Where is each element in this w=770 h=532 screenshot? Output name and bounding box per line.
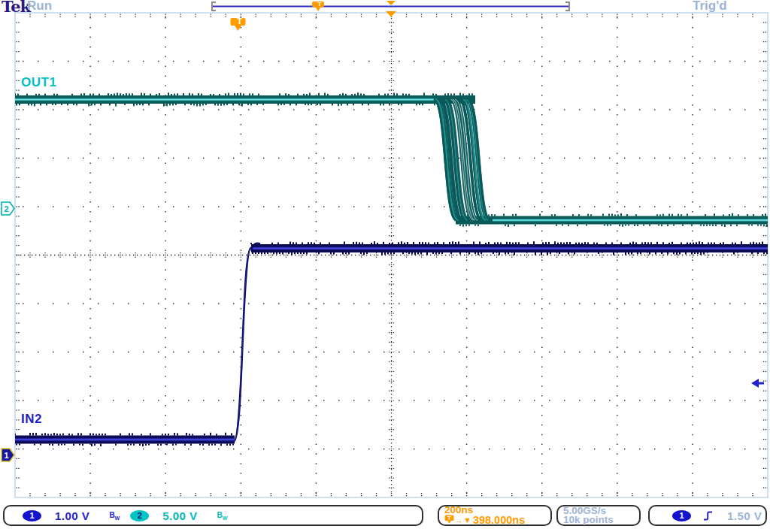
acquisition-readout[interactable]: 5.00GS/s 10k points bbox=[556, 505, 641, 526]
trigger-delay-value: 398.000ns bbox=[473, 515, 525, 525]
trigger-delay-readout: T →▼ 398.000ns bbox=[444, 515, 525, 525]
channel-scale-readout[interactable]: 1 1.00 V BW 2 5.00 V BW bbox=[3, 505, 423, 526]
svg-text:T: T bbox=[237, 17, 242, 26]
svg-text:1: 1 bbox=[4, 451, 8, 460]
svg-text:T: T bbox=[447, 515, 451, 521]
ch2-ground-marker[interactable]: 2 bbox=[2, 202, 14, 215]
svg-text:2: 2 bbox=[4, 204, 8, 213]
oscilloscope-screen: Tek Run Trig'd TT21 OUT1 IN2 1 1.00 V BW… bbox=[0, 0, 770, 532]
record-length: 10k points bbox=[563, 515, 614, 525]
trigger-level: 1.50 V bbox=[727, 509, 762, 522]
ch1-badge: 1 bbox=[23, 510, 41, 521]
trigger-level-arrow-icon[interactable] bbox=[751, 379, 764, 388]
trigger-position-icon[interactable]: T bbox=[231, 17, 246, 31]
trigger-readout[interactable]: 1 1.50 V bbox=[648, 505, 767, 526]
delay-arrows-icon: →▼ bbox=[455, 515, 471, 525]
ch1-bandwidth-icon: BW bbox=[109, 511, 120, 521]
expansion-point-icon bbox=[386, 1, 396, 17]
ch2-waveform-label: OUT1 bbox=[21, 75, 56, 90]
trigger-t-icon: T bbox=[444, 515, 454, 525]
ch1-trace bbox=[15, 241, 768, 446]
scope-display: TT21 bbox=[0, 0, 770, 532]
ch2-bandwidth-icon: BW bbox=[217, 511, 228, 521]
svg-text:T: T bbox=[318, 1, 322, 8]
ch1-ground-marker[interactable]: 1 bbox=[2, 449, 14, 461]
ch2-scale: 5.00 V bbox=[162, 509, 197, 522]
rising-edge-icon bbox=[703, 510, 714, 521]
ch1-scale: 1.00 V bbox=[55, 509, 89, 522]
trigger-source-badge: 1 bbox=[672, 510, 691, 521]
horizontal-readout[interactable]: 200ns T →▼ 398.000ns bbox=[438, 505, 552, 526]
timebase-scale: 200ns bbox=[444, 506, 473, 515]
ch2-badge: 2 bbox=[130, 510, 149, 521]
graticule-grid bbox=[15, 13, 768, 497]
ch1-waveform-label: IN2 bbox=[21, 412, 42, 427]
